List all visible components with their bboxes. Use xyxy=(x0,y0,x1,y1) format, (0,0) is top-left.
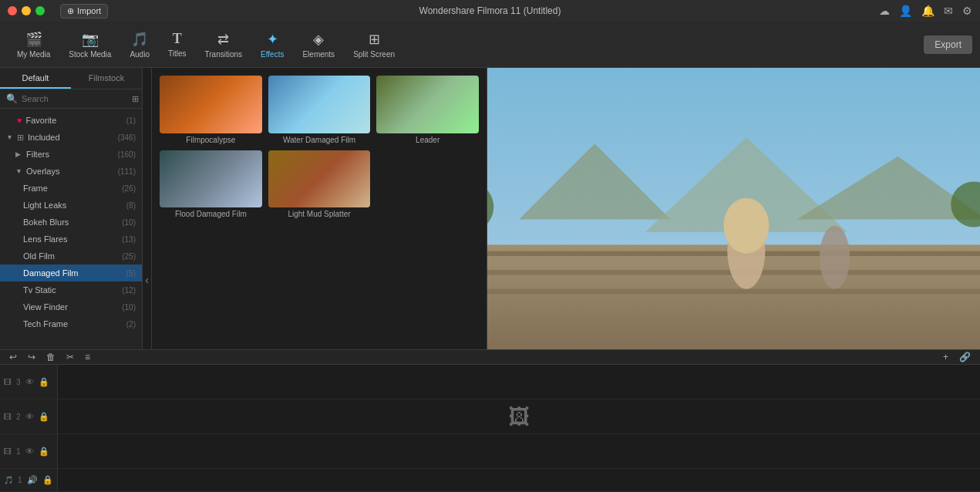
close-button[interactable] xyxy=(8,6,17,15)
track-2-lock[interactable]: 🔒 xyxy=(39,412,49,422)
toolbar-titles[interactable]: T Titles xyxy=(159,28,196,61)
chevron-right-icon: ▶ xyxy=(15,150,23,158)
toolbar-transitions[interactable]: ⇄ Transitions xyxy=(196,28,252,62)
more-button[interactable]: ≡ xyxy=(82,350,93,364)
stock-media-icon: 📷 xyxy=(82,31,99,48)
toolbar-stock-media[interactable]: 📷 Stock Media xyxy=(59,28,120,62)
link-button[interactable]: 🔗 xyxy=(956,350,974,364)
track-3-eye[interactable]: 👁 xyxy=(25,377,34,386)
media-label-filmpocalypse: Filmpocalypse xyxy=(160,136,262,144)
track-content-1-video xyxy=(58,434,980,468)
tab-filmstock[interactable]: Filmstock xyxy=(71,68,142,89)
minimize-button[interactable] xyxy=(22,6,31,15)
app-title: Wondershare Filmora 11 (Untitled) xyxy=(419,5,561,16)
search-input[interactable] xyxy=(22,94,128,103)
import-label: Import xyxy=(77,6,101,15)
track-content-3 xyxy=(58,365,980,399)
track-row-2: 🎞 2 👁 🔒 🖼 xyxy=(0,399,980,434)
chevron-down-2-icon: ▼ xyxy=(15,167,23,175)
notification-icon[interactable]: 🔔 xyxy=(921,5,935,17)
chevron-down-icon: ▼ xyxy=(6,133,14,141)
tree-item-tv-static[interactable]: Tv Static (12) xyxy=(0,281,142,298)
traffic-lights xyxy=(8,6,45,15)
elements-label: Elements xyxy=(302,50,335,59)
main-toolbar: 🎬 My Media 📷 Stock Media 🎵 Audio T Title… xyxy=(0,22,980,68)
search-icon: 🔍 xyxy=(6,93,18,104)
track-controls-2: 🎞 2 👁 🔒 xyxy=(0,399,58,433)
cloud-icon[interactable]: ☁ xyxy=(879,5,890,17)
drop-icon: 🖼 xyxy=(508,404,530,430)
tree-item-light-leaks[interactable]: Light Leaks (8) xyxy=(0,197,142,214)
media-item-flood-damaged[interactable]: Flood Damaged Film xyxy=(160,150,262,219)
tree-item-favorite[interactable]: ♥ Favorite (1) xyxy=(0,112,142,129)
tree-item-overlays[interactable]: ▼ Overlays (111) xyxy=(0,163,142,180)
toolbar-audio[interactable]: 🎵 Audio xyxy=(120,28,159,62)
timeline-area: ↩ ↪ 🗑 ✂ ≡ + 🔗 🎞 3 👁 🔒 🎞 2 👁 🔒 xyxy=(0,349,980,492)
tree-item-lens-flares[interactable]: Lens Flares (13) xyxy=(0,231,142,248)
media-label-flood-damaged: Flood Damaged Film xyxy=(160,210,262,218)
my-media-icon: 🎬 xyxy=(25,31,42,48)
export-label: Export xyxy=(935,39,961,50)
split-screen-icon: ⊞ xyxy=(369,31,380,48)
media-item-light-mud[interactable]: Light Mud Splatter xyxy=(268,150,371,219)
track-row-1-video: 🎞 1 👁 🔒 xyxy=(0,434,980,469)
mail-icon[interactable]: ✉ xyxy=(944,5,953,17)
search-bar: 🔍 ⊞ xyxy=(0,89,142,109)
split-button[interactable]: ✂ xyxy=(63,350,77,364)
import-button[interactable]: ⊕ Import xyxy=(60,4,108,19)
thumb-water-damaged xyxy=(268,76,371,133)
export-button[interactable]: Export xyxy=(924,35,972,54)
audio-icon: 🎵 xyxy=(131,31,148,48)
split-screen-label: Split Screen xyxy=(353,50,395,59)
track-1v-eye[interactable]: 👁 xyxy=(25,447,34,456)
add-track-button[interactable]: + xyxy=(940,350,951,364)
toolbar-my-media[interactable]: 🎬 My Media xyxy=(8,28,59,62)
titles-icon: T xyxy=(173,31,182,47)
toolbar-split-screen[interactable]: ⊞ Split Screen xyxy=(344,28,404,62)
redo-button[interactable]: ↪ xyxy=(25,350,39,364)
tree-item-damaged-film[interactable]: Damaged Film (5) xyxy=(0,265,142,281)
track-controls-1-video: 🎞 1 👁 🔒 xyxy=(0,434,58,468)
media-item-water-damaged[interactable]: Water Damaged Film xyxy=(268,76,371,144)
track-row-3: 🎞 3 👁 🔒 xyxy=(0,365,980,399)
included-icon: ⊞ xyxy=(17,133,24,143)
thumb-leader xyxy=(376,76,479,133)
panel-tabs: Default Filmstock xyxy=(0,68,142,89)
grid-view-icon[interactable]: ⊞ xyxy=(132,94,139,104)
tree-item-filters[interactable]: ▶ Filters (160) xyxy=(0,146,142,163)
transitions-label: Transitions xyxy=(205,50,243,59)
delete-button[interactable]: 🗑 xyxy=(43,350,59,364)
tree-item-included[interactable]: ▼ ⊞ Included (346) xyxy=(0,129,142,146)
track-row-1-audio: 🎵 1 🔊 🔒 xyxy=(0,469,980,492)
undo-button[interactable]: ↩ xyxy=(6,350,20,364)
transitions-icon: ⇄ xyxy=(217,31,229,48)
maximize-button[interactable] xyxy=(35,6,45,15)
track-content-1-audio xyxy=(58,469,980,491)
tree-item-old-film[interactable]: Old Film (25) xyxy=(0,248,142,265)
title-bar: ⊕ Import Wondershare Filmora 11 (Untitle… xyxy=(0,0,980,22)
audio-label: Audio xyxy=(130,50,150,59)
tree-item-view-finder[interactable]: View Finder (10) xyxy=(0,298,142,315)
timeline-toolbar: ↩ ↪ 🗑 ✂ ≡ + 🔗 xyxy=(0,350,980,365)
my-media-label: My Media xyxy=(17,50,50,59)
tree-item-bokeh-blurs[interactable]: Bokeh Blurs (10) xyxy=(0,214,142,231)
tab-default[interactable]: Default xyxy=(0,68,71,89)
toolbar-effects[interactable]: ✦ Effects xyxy=(251,28,293,62)
stock-media-label: Stock Media xyxy=(69,50,111,59)
track-2-eye[interactable]: 👁 xyxy=(25,412,34,421)
account-icon[interactable]: 👤 xyxy=(899,5,912,17)
track-1a-lock[interactable]: 🔒 xyxy=(42,475,53,485)
track-1a-speaker[interactable]: 🔊 xyxy=(27,475,38,485)
toolbar-elements[interactable]: ◈ Elements xyxy=(293,28,344,62)
settings-icon[interactable]: ⚙ xyxy=(962,5,972,17)
track-1v-lock[interactable]: 🔒 xyxy=(39,447,49,457)
thumb-filmpocalypse xyxy=(160,76,262,133)
tree-item-tech-frame[interactable]: Tech Frame (2) xyxy=(0,315,142,332)
effects-icon: ✦ xyxy=(267,31,278,48)
tree-item-frame[interactable]: Frame (26) xyxy=(0,180,142,197)
favorite-heart-icon: ♥ xyxy=(17,116,22,125)
track-3-lock[interactable]: 🔒 xyxy=(39,377,49,387)
media-item-leader[interactable]: Leader xyxy=(376,76,479,144)
track-controls-1-audio: 🎵 1 🔊 🔒 xyxy=(0,469,58,491)
media-item-filmpocalypse[interactable]: Filmpocalypse xyxy=(160,76,262,144)
